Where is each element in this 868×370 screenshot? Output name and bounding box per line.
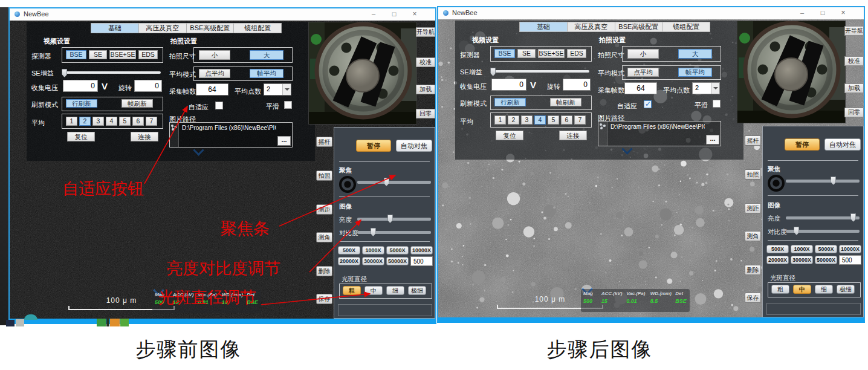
mag-20000x-button[interactable]: 20000X	[338, 257, 360, 265]
average-5-button[interactable]: 5	[548, 115, 559, 125]
mag-1000x-button[interactable]: 1000X	[791, 245, 813, 253]
average-6-button[interactable]: 6	[132, 117, 144, 126]
delete-button[interactable]: 删除	[745, 265, 761, 275]
refresh-line-button[interactable]: 行刷新	[494, 98, 526, 106]
maximize-button[interactable]: □	[814, 8, 831, 18]
refresh-line-button[interactable]: 行刷新	[66, 99, 97, 108]
size-small-button[interactable]: 小	[199, 50, 230, 60]
mag-value-input[interactable]: 500	[410, 256, 433, 266]
delete-button[interactable]: 删除	[316, 266, 332, 276]
save-button[interactable]: 保存	[316, 294, 332, 304]
measure-distance-button[interactable]: 测距	[316, 204, 332, 215]
adaptive-checkbox[interactable]	[215, 102, 223, 109]
pause-button[interactable]: 暂停	[356, 140, 391, 152]
contrast-slider[interactable]	[357, 231, 431, 234]
tab-hv-vacuum[interactable]: 高压及真空	[139, 23, 187, 33]
adaptive-checkbox[interactable]	[644, 100, 652, 108]
tab-bse-advanced[interactable]: BSE高级配置	[615, 22, 663, 32]
mag-10000x-button[interactable]: 10000X	[839, 245, 861, 253]
load-button[interactable]: 加载	[844, 83, 864, 93]
tab-hv-vacuum[interactable]: 高压及真空	[568, 22, 615, 32]
tab-lens-config[interactable]: 镜组配置	[234, 23, 282, 33]
spot-medium-button[interactable]: 中	[364, 286, 383, 295]
detector-se-button[interactable]: SE	[517, 49, 536, 58]
mag-10000x-button[interactable]: 10000X	[410, 246, 433, 255]
average-2-button[interactable]: 2	[79, 117, 91, 126]
tab-basic[interactable]: 基础	[91, 23, 139, 33]
return-zero-button[interactable]: 回零	[844, 108, 864, 117]
detector-se-button[interactable]: SE	[89, 50, 107, 59]
joystick-button[interactable]: 摇杆	[745, 135, 761, 146]
frame-average-button[interactable]: 帧平均	[250, 69, 283, 78]
point-average-button[interactable]: 点平均	[199, 69, 230, 78]
size-large-button[interactable]: 大	[250, 50, 283, 60]
se-gain-thumb[interactable]	[490, 68, 496, 76]
brightness-slider[interactable]	[786, 216, 860, 219]
focus-slider-thumb[interactable]	[384, 178, 389, 186]
close-button[interactable]: ×	[406, 9, 423, 19]
frames-input[interactable]: 64	[196, 83, 228, 96]
detector-eds-button[interactable]: EDS	[138, 50, 158, 59]
focus-slider[interactable]	[357, 181, 431, 184]
titlebar[interactable]: NewBee – □ ×	[438, 7, 864, 20]
spot-medium-button[interactable]: 中	[793, 285, 811, 294]
autofocus-button[interactable]: 自动对焦	[824, 138, 861, 151]
measure-angle-button[interactable]: 测角	[316, 232, 332, 242]
rotation-input[interactable]: 0	[563, 79, 591, 91]
open-nav-button[interactable]: 开导航	[844, 26, 864, 36]
detector-bse-se-button[interactable]: BSE+SE	[538, 49, 565, 58]
mag-50000x-button[interactable]: 50000X	[815, 256, 837, 264]
avg-points-dropdown[interactable]: 2	[264, 83, 291, 96]
collect-voltage-input[interactable]: 0	[491, 79, 526, 91]
contrast-slider-thumb[interactable]	[794, 227, 799, 235]
brightness-slider-thumb[interactable]	[387, 215, 393, 223]
mag-30000x-button[interactable]: 30000X	[791, 256, 813, 264]
titlebar[interactable]: NewBee – □ ×	[10, 8, 435, 21]
se-gain-slider[interactable]	[491, 70, 589, 73]
measure-distance-button[interactable]: 测距	[745, 203, 761, 213]
calibrate-button[interactable]: 校准	[416, 57, 435, 67]
avg-points-dropdown[interactable]: 2	[692, 82, 720, 94]
detector-eds-button[interactable]: EDS	[567, 49, 586, 58]
capture-button[interactable]: 拍照	[316, 170, 332, 181]
measure-angle-button[interactable]: 测角	[745, 231, 761, 241]
spot-coarse-button[interactable]: 粗	[771, 285, 789, 294]
dropdown-arrow-segment[interactable]	[282, 84, 291, 95]
size-large-button[interactable]: 大	[678, 49, 712, 59]
refresh-frame-button[interactable]: 帧刷新	[121, 99, 153, 108]
point-average-button[interactable]: 点平均	[627, 68, 659, 77]
minimize-button[interactable]: –	[794, 8, 811, 18]
average-4-button[interactable]: 4	[106, 117, 117, 126]
frames-input[interactable]: 64	[624, 82, 657, 94]
average-3-button[interactable]: 3	[92, 117, 104, 126]
refresh-frame-button[interactable]: 帧刷新	[550, 98, 581, 106]
calibrate-button[interactable]: 校准	[844, 56, 864, 66]
pause-button[interactable]: 暂停	[785, 138, 820, 151]
focus-slider[interactable]	[786, 180, 860, 183]
browse-button[interactable]: ...	[706, 135, 719, 144]
spot-fine-button[interactable]: 细	[386, 286, 404, 295]
path-value[interactable]: D:\Program Files (x86)\NewBee\PIC	[182, 125, 276, 131]
frame-average-button[interactable]: 帧平均	[678, 68, 712, 77]
autofocus-button[interactable]: 自动对焦	[396, 140, 432, 152]
connect-button[interactable]: 连接	[131, 132, 158, 141]
detector-bse-button[interactable]: BSE	[66, 50, 86, 59]
browse-button[interactable]: ...	[277, 136, 291, 146]
average-1-button[interactable]: 1	[494, 115, 506, 125]
load-button[interactable]: 加载	[416, 85, 435, 94]
smooth-checkbox[interactable]	[284, 101, 292, 109]
connect-button[interactable]: 连接	[559, 131, 587, 140]
se-gain-thumb[interactable]	[62, 69, 67, 77]
tab-basic[interactable]: 基础	[519, 22, 568, 32]
tab-bse-advanced[interactable]: BSE高级配置	[187, 23, 235, 33]
se-gain-slider[interactable]	[63, 71, 161, 74]
tab-lens-config[interactable]: 镜组配置	[662, 22, 710, 32]
collect-voltage-input[interactable]: 0	[63, 80, 98, 92]
joystick-button[interactable]: 摇杆	[316, 137, 332, 147]
spot-fine-button[interactable]: 细	[815, 285, 833, 294]
mag-value-input[interactable]: 500	[839, 255, 861, 265]
contrast-slider[interactable]	[786, 230, 860, 233]
average-6-button[interactable]: 6	[561, 115, 572, 125]
average-1-button[interactable]: 1	[66, 117, 77, 126]
mag-50000x-button[interactable]: 50000X	[386, 257, 409, 265]
